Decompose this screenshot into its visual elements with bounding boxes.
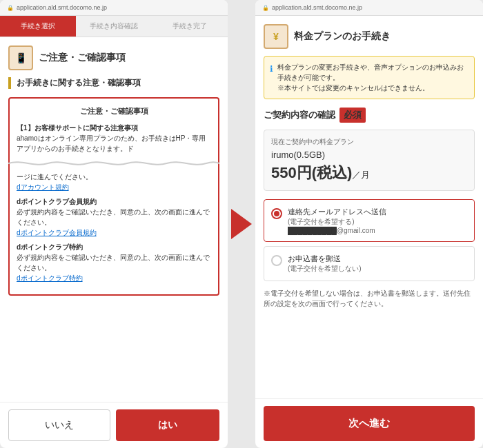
plan-card: 現在ご契約中の料金プラン irumo(0.5GB) 550円(税込)／月 bbox=[264, 130, 475, 191]
note-text: ※電子交付を希望しない場合は、お申込書を郵送します。送付先住所の設定を次の画面で… bbox=[264, 288, 475, 309]
d-account-link[interactable]: dアカウント規約 bbox=[17, 183, 69, 191]
notice-body-3: 必ず規約内容をご確認いただき、同意の上、次の画面に進んでください。 bbox=[17, 207, 211, 227]
wavy-line-1 bbox=[8, 158, 219, 169]
radio-label-email: 連絡先メールアドレスへ送信 (電子交付を希望する) ██████████@gma… bbox=[288, 207, 386, 234]
plan-price-row: 550円(税込)／月 bbox=[271, 163, 467, 183]
next-button[interactable]: 次へ進む bbox=[264, 406, 475, 441]
lock-icon-right: 🔒 bbox=[262, 5, 269, 11]
info-text: 料金プランの変更お手続きや、音声オプションのお申込みお手続きが可能です。 ※本サ… bbox=[277, 62, 469, 93]
dpoint-special-link[interactable]: dポイントクラブ特約 bbox=[17, 274, 83, 282]
plan-price-suffix: ／月 bbox=[352, 170, 370, 180]
lock-icon-left: 🔒 bbox=[7, 5, 14, 11]
url-left: application.ald.smt.docomo.ne.jp bbox=[17, 4, 107, 11]
notice-item-3: dポイントクラブ会員規約 必ず規約内容をご確認いただき、同意の上、次の画面に進ん… bbox=[17, 196, 211, 238]
page-title-right: 料金プランのお手続き bbox=[294, 30, 391, 43]
notice-heading-1: 【1】お客様サポートに関する注意事項 bbox=[17, 123, 211, 133]
notice-body-4: 必ず規約内容をご確認いただき、同意の上、次の画面に進んでください。 bbox=[17, 252, 211, 273]
left-panel: 🔒 application.ald.smt.docomo.ne.jp 手続き選択… bbox=[0, 0, 228, 448]
step-1[interactable]: 手続き選択 bbox=[0, 16, 76, 37]
plan-name: irumo(0.5GB) bbox=[271, 150, 467, 160]
notice-box: ご注意・ご確認事項 【1】お客様サポートに関する注意事項 ahamoはオンライン… bbox=[8, 97, 219, 296]
step-3: 手続き完了 bbox=[152, 16, 228, 37]
page-title-left: ご注意・ご確認事項 bbox=[39, 52, 126, 64]
page-header-right: ¥ 料金プランのお手続き bbox=[264, 24, 475, 49]
radio-option-email[interactable]: 連絡先メールアドレスへ送信 (電子交付を希望する) ██████████@gma… bbox=[264, 199, 475, 242]
page-header-left: 📱 ご注意・ご確認事項 bbox=[8, 45, 219, 70]
radio-group: 連絡先メールアドレスへ送信 (電子交付を希望する) ██████████@gma… bbox=[264, 199, 475, 281]
notice-heading-4: dポイントクラブ特約 bbox=[17, 242, 211, 252]
step-2: 手続き内容確認 bbox=[76, 16, 152, 37]
phone-icon: 📱 bbox=[8, 45, 33, 70]
bottom-buttons-left: いいえ はい bbox=[0, 402, 228, 448]
radio-label-mail: お申込書を郵送 (電子交付を希望しない) bbox=[288, 254, 362, 274]
radio-dot-mail bbox=[271, 255, 282, 266]
current-plan-label: 現在ご契約中の料金プラン bbox=[271, 137, 467, 147]
notice-item-1: 【1】お客様サポートに関する注意事項 ahamoはオンライン専用プランのため、お… bbox=[17, 123, 211, 154]
right-panel: 🔒 application.ald.smt.docomo.ne.jp ¥ 料金プ… bbox=[255, 0, 483, 448]
yes-button[interactable]: はい bbox=[116, 409, 219, 441]
bottom-buttons-right: 次へ進む bbox=[255, 398, 483, 448]
yen-icon: ¥ bbox=[264, 24, 288, 49]
dpoint-member-link[interactable]: dポイントクラブ会員規約 bbox=[17, 229, 97, 236]
browser-bar-right: 🔒 application.ald.smt.docomo.ne.jp bbox=[255, 0, 483, 16]
next-arrow-icon bbox=[231, 209, 252, 239]
radio-option-mail[interactable]: お申込書を郵送 (電子交付を希望しない) bbox=[264, 246, 475, 281]
plan-price: 550円(税込) bbox=[271, 164, 352, 181]
notice-box-title: ご注意・ご確認事項 bbox=[17, 105, 211, 117]
contract-section-header: ご契約内容の確認 必須 bbox=[264, 108, 475, 123]
notice-item-2: ージに進んでください。 dアカウント規約 bbox=[17, 172, 211, 192]
required-badge: 必須 bbox=[339, 108, 366, 123]
info-icon: ℹ bbox=[270, 63, 273, 93]
no-button[interactable]: いいえ bbox=[8, 409, 110, 441]
arrow-container bbox=[228, 0, 255, 448]
notice-item-4: dポイントクラブ特約 必ず規約内容をご確認いただき、同意の上、次の画面に進んでく… bbox=[17, 242, 211, 283]
left-content: 📱 ご注意・ご確認事項 お手続きに関する注意・確認事項 ご注意・ご確認事項 【1… bbox=[0, 37, 228, 402]
step-bar-left: 手続き選択 手続き内容確認 手続き完了 bbox=[0, 16, 228, 37]
section-title-left: お手続きに関する注意・確認事項 bbox=[8, 77, 219, 89]
notice-heading-3: dポイントクラブ会員規約 bbox=[17, 196, 211, 207]
radio-dot-email bbox=[271, 208, 282, 219]
contract-confirm-label: ご契約内容の確認 bbox=[264, 109, 335, 121]
notice-body-1: ahamoはオンライン専用プランのため、お手続きはHP・専用アプリからのお手続き… bbox=[17, 133, 211, 154]
info-box: ℹ 料金プランの変更お手続きや、音声オプションのお申込みお手続きが可能です。 ※… bbox=[264, 56, 475, 99]
url-right: application.ald.smt.docomo.ne.jp bbox=[272, 4, 362, 11]
notice-suffix: ージに進んでください。 bbox=[17, 172, 211, 182]
browser-bar-left: 🔒 application.ald.smt.docomo.ne.jp bbox=[0, 0, 228, 16]
right-content: ¥ 料金プランのお手続き ℹ 料金プランの変更お手続きや、音声オプションのお申込… bbox=[255, 16, 483, 398]
